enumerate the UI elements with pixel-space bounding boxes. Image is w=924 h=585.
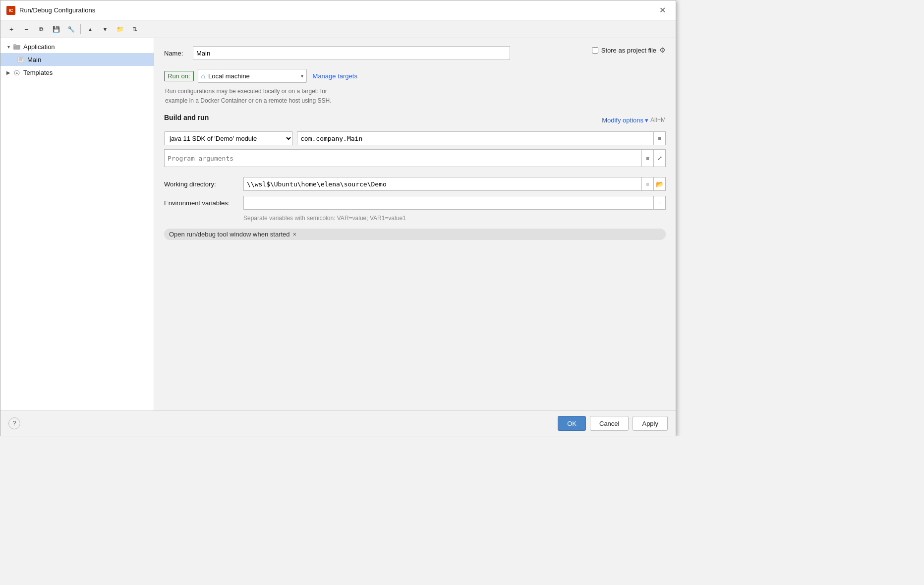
sidebar-item-main[interactable]: Main: [0, 53, 154, 66]
title-bar: IC Run/Debug Configurations ✕: [0, 0, 676, 20]
expand-icon: ▾: [4, 43, 12, 51]
run-on-row: Run on: ⌂ Local machine ▾ Manage targets: [164, 69, 666, 83]
settings-button[interactable]: 🔧: [64, 23, 78, 36]
svg-rect-1: [13, 44, 16, 46]
close-button[interactable]: ✕: [655, 4, 670, 16]
templates-icon: [12, 68, 21, 76]
sidebar-application-label: Application: [23, 43, 55, 51]
local-machine-label: Local machine: [208, 72, 250, 80]
name-row: Name:: [164, 46, 592, 60]
save-icon: 💾: [53, 26, 60, 33]
program-args-wrap: ≡ ⤢: [164, 149, 666, 167]
ok-button[interactable]: OK: [558, 416, 586, 431]
main-class-wrap: ≡: [297, 131, 666, 145]
toolbar-separator: [80, 24, 81, 34]
run-config-icon: [16, 56, 25, 63]
add-config-button[interactable]: +: [4, 23, 18, 36]
folder-open-icon: 📂: [656, 180, 664, 188]
args-expand-button[interactable]: ⤢: [654, 149, 666, 167]
name-label: Name:: [164, 50, 189, 57]
env-variables-wrap: ≡: [243, 196, 666, 210]
move-up-button[interactable]: ▲: [83, 23, 97, 36]
down-arrow-icon: ▼: [103, 26, 108, 32]
working-directory-wrap: ≡ 📂: [243, 177, 666, 191]
modify-options-shortcut: Alt+M: [650, 117, 666, 123]
move-to-group-button[interactable]: 📁: [113, 23, 127, 36]
modify-options-area: Modify options ▾ Alt+M: [602, 117, 666, 124]
folder-icon: [12, 43, 21, 51]
save-config-button[interactable]: 💾: [49, 23, 63, 36]
up-arrow-icon: ▲: [88, 26, 93, 32]
copy-config-button[interactable]: ⧉: [34, 23, 48, 36]
build-run-section-row: Build and run Modify options ▾ Alt+M: [164, 114, 666, 126]
svg-rect-4: [19, 59, 22, 60]
dropdown-arrow-icon: ▾: [301, 73, 303, 79]
args-browse-button[interactable]: ≡: [642, 149, 654, 167]
browse-icon: ≡: [658, 135, 661, 141]
working-directory-label: Working directory:: [164, 180, 243, 188]
env-variables-row: Environment variables: ≡: [164, 196, 666, 210]
main-class-browse-button[interactable]: ≡: [654, 131, 666, 145]
cancel-button[interactable]: Cancel: [590, 416, 629, 431]
env-browse-icon: ≡: [658, 200, 661, 206]
env-variables-input[interactable]: [243, 196, 654, 210]
sidebar-main-label: Main: [27, 56, 41, 63]
remove-config-button[interactable]: −: [19, 23, 33, 36]
working-directory-row: Working directory: ≡ 📂: [164, 177, 666, 191]
working-directory-input[interactable]: [243, 177, 642, 191]
working-dir-folder-button[interactable]: 📂: [654, 177, 666, 191]
manage-targets-link[interactable]: Manage targets: [313, 72, 357, 80]
sort-button[interactable]: ⇅: [128, 23, 142, 36]
env-browse-button[interactable]: ≡: [654, 196, 666, 210]
modify-options-button[interactable]: Modify options ▾: [602, 117, 648, 124]
main-class-input[interactable]: [297, 131, 654, 145]
sort-icon: ⇅: [132, 26, 137, 33]
tag-label: Open run/debug tool window when started: [169, 231, 290, 238]
name-input[interactable]: [193, 46, 510, 60]
right-panel: Name: Store as project file ⚙ Run on: ⌂ …: [154, 38, 676, 410]
main-content: ▾ Application Main ▶: [0, 38, 676, 410]
app-icon: IC: [6, 6, 15, 15]
run-on-label: Run on:: [164, 71, 194, 81]
toolbar: + − ⧉ 💾 🔧 ▲ ▼ 📁 ⇅: [0, 20, 676, 38]
bottom-bar: ? OK Cancel Apply: [0, 410, 676, 436]
build-run-header: Build and run: [164, 114, 209, 121]
store-project-row: Store as project file ⚙: [592, 46, 666, 54]
run-on-dropdown[interactable]: ⌂ Local machine ▾: [198, 69, 307, 83]
args-browse-icon: ≡: [646, 155, 649, 161]
top-row: Name: Store as project file ⚙: [164, 46, 666, 60]
modify-options-label: Modify options: [602, 117, 643, 124]
wrench-icon: 🔧: [67, 26, 75, 33]
minus-icon: −: [24, 25, 28, 33]
tag-pill: Open run/debug tool window when started …: [164, 229, 666, 240]
folder-move-icon: 📁: [116, 26, 124, 33]
tag-close-button[interactable]: ×: [293, 231, 297, 237]
run-debug-dialog: IC Run/Debug Configurations ✕ + − ⧉ 💾 🔧 …: [0, 0, 676, 436]
sidebar-item-templates[interactable]: ▶ Templates: [0, 66, 154, 79]
env-hint: Separate variables with semicolon: VAR=v…: [243, 215, 666, 222]
expand-arrows-icon: ⤢: [657, 155, 662, 162]
store-project-checkbox[interactable]: [592, 47, 598, 54]
dialog-title: Run/Debug Configurations: [19, 6, 655, 14]
env-variables-label: Environment variables:: [164, 199, 243, 207]
sidebar: ▾ Application Main ▶: [0, 38, 154, 410]
sidebar-templates-label: Templates: [23, 69, 53, 76]
svg-rect-3: [19, 58, 23, 58]
store-project-label: Store as project file: [601, 47, 656, 54]
move-down-button[interactable]: ▼: [98, 23, 112, 36]
apply-button[interactable]: Apply: [633, 416, 668, 431]
args-icon-btns: ≡ ⤢: [642, 149, 666, 167]
templates-expand-icon: ▶: [4, 68, 12, 76]
run-on-hint: Run configurations may be executed local…: [164, 87, 666, 106]
copy-icon: ⧉: [39, 26, 44, 33]
help-button[interactable]: ?: [8, 417, 20, 429]
settings-gear-icon[interactable]: ⚙: [659, 46, 666, 54]
file-browse-icon: ≡: [646, 181, 649, 187]
sidebar-item-application[interactable]: ▾ Application: [0, 40, 154, 53]
plus-icon: +: [9, 25, 13, 33]
program-args-input[interactable]: [164, 149, 642, 167]
home-icon: ⌂: [201, 72, 205, 80]
sdk-select[interactable]: java 11 SDK of 'Demo' module: [164, 131, 293, 145]
chevron-down-icon: ▾: [645, 117, 648, 124]
working-dir-browse-button[interactable]: ≡: [642, 177, 654, 191]
